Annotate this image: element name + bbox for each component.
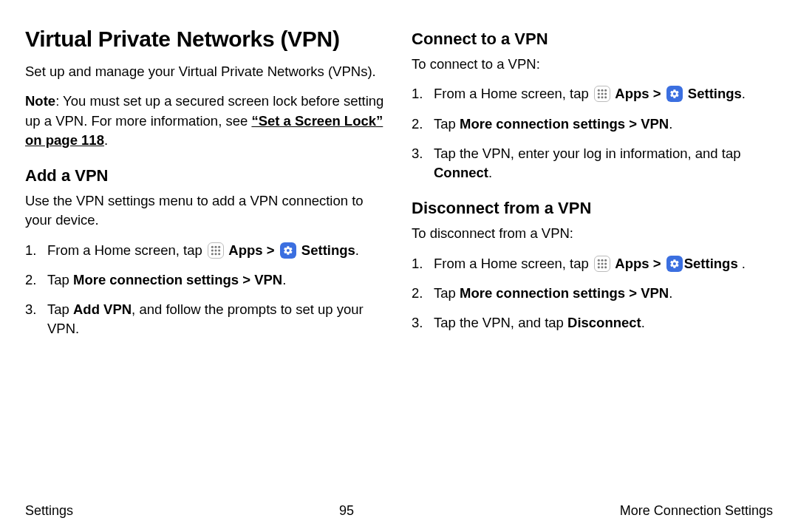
disconnect-steps: From a Home screen, tap Apps > Settings … [412,254,773,333]
apps-icon [594,86,610,102]
svg-point-9 [598,89,600,92]
chevron: > [649,86,665,101]
text: Tap the VPN, enter your log in informati… [434,146,740,161]
list-item: From a Home screen, tap Apps > Settings. [25,241,386,260]
text-bold: More connection settings > VPN [460,285,669,301]
list-item: From a Home screen, tap Apps > Settings. [412,84,773,103]
intro-text: Set up and manage your Virtual Private N… [25,62,386,81]
text: Tap [47,272,73,287]
svg-point-13 [601,93,603,95]
svg-point-24 [598,266,600,268]
period: . [488,165,492,180]
left-column: Virtual Private Networks (VPN) Set up an… [25,27,386,349]
settings-label: Settings [684,256,738,271]
svg-point-3 [211,249,214,251]
svg-point-26 [604,266,607,268]
text: From a Home screen, tap [47,242,206,258]
footer-page-number: 95 [339,503,354,519]
svg-point-5 [218,249,220,251]
svg-point-20 [604,259,607,262]
apps-icon [208,242,224,259]
footer-right: More Connection Settings [620,503,773,519]
svg-point-7 [214,253,216,255]
svg-point-10 [601,89,603,92]
connect-desc: To connect to a VPN: [412,55,773,74]
svg-point-2 [218,246,220,248]
list-item: Tap More connection settings > VPN. [412,115,773,134]
text-bold: More connection settings > VPN [73,272,282,287]
settings-label: Settings [298,242,355,258]
list-item: From a Home screen, tap Apps > Settings … [412,254,773,273]
page-title: Virtual Private Networks (VPN) [25,27,386,52]
svg-point-14 [604,93,607,95]
period: . [355,242,359,258]
chevron: > [263,242,279,258]
note-text: Note: You must set up a secured screen l… [25,92,386,150]
text-bold: Connect [434,165,488,180]
add-vpn-desc: Use the VPN settings menu to add a VPN c… [25,191,386,231]
space-period: . [738,256,746,271]
settings-icon [666,256,683,272]
list-item: Tap the VPN, enter your log in informati… [412,144,773,183]
connect-heading: Connect to a VPN [412,30,773,49]
settings-label: Settings [684,86,742,101]
svg-point-16 [601,97,603,99]
period: . [742,86,746,101]
list-item: Tap More connection settings > VPN. [25,270,386,290]
settings-icon [666,86,683,102]
footer-left: Settings [25,503,73,519]
right-column: Connect to a VPN To connect to a VPN: Fr… [412,27,773,349]
svg-point-6 [211,253,214,255]
svg-point-15 [598,97,600,99]
svg-point-22 [601,262,603,265]
list-item: Tap the VPN, and tap Disconnect. [412,313,773,332]
apps-icon [594,256,610,272]
period: . [641,315,645,330]
settings-icon [280,242,296,259]
connect-steps: From a Home screen, tap Apps > Settings.… [412,84,773,183]
text: Tap [434,116,460,132]
apps-label: Apps [225,242,263,258]
text-bold: Add VPN [73,301,132,317]
text: Tap [47,301,73,317]
add-vpn-heading: Add a VPN [25,166,386,185]
text-bold: Disconnect [567,315,641,330]
svg-point-18 [598,259,600,262]
disconnect-desc: To disconnect from a VPN: [412,224,773,243]
svg-point-23 [604,262,607,265]
period: . [669,116,672,132]
text: From a Home screen, tap [434,256,593,271]
disconnect-heading: Disconnect from a VPN [412,199,773,218]
apps-label: Apps [612,86,649,101]
svg-point-8 [218,253,220,255]
apps-label: Apps [612,256,649,271]
svg-point-11 [604,89,607,92]
svg-point-0 [211,246,214,248]
chevron: > [649,256,665,271]
period: . [282,272,286,287]
page-footer: Settings 95 More Connection Settings [25,503,773,519]
list-item: Tap More connection settings > VPN. [412,284,773,303]
add-vpn-steps: From a Home screen, tap Apps > Settings.… [25,241,386,339]
svg-point-25 [601,266,603,268]
text: Tap the VPN, and tap [434,315,567,330]
svg-point-21 [598,262,600,265]
svg-point-4 [214,249,216,251]
period: . [669,285,672,301]
note-period: . [104,132,108,148]
text: Tap [434,285,460,301]
text: From a Home screen, tap [434,86,593,101]
list-item: Tap Add VPN, and follow the prompts to s… [25,300,386,339]
svg-point-17 [604,97,607,99]
svg-point-12 [598,93,600,95]
svg-point-1 [214,246,216,248]
text-bold: More connection settings > VPN [460,116,669,132]
note-label: Note [25,93,55,109]
svg-point-19 [601,259,603,262]
